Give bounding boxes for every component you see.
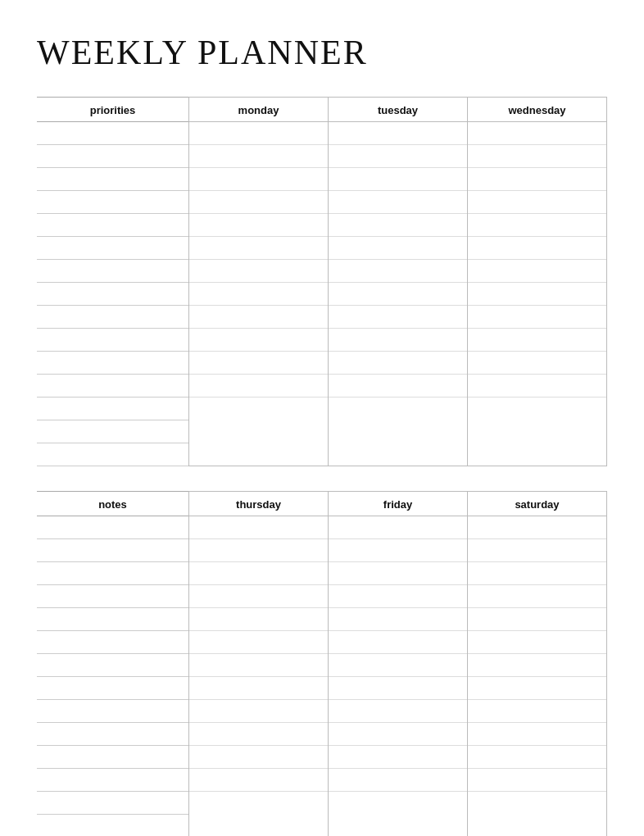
day-line[interactable] [329,792,467,815]
day-line[interactable] [189,375,328,398]
note-line[interactable] [37,539,188,562]
day-line[interactable] [189,306,328,329]
day-line[interactable] [189,539,328,562]
note-line[interactable] [37,562,188,585]
day-line[interactable] [329,585,467,608]
note-line[interactable] [37,631,188,654]
day-line[interactable] [468,608,606,631]
day-line[interactable] [329,700,467,723]
day-line[interactable] [329,283,467,306]
day-line[interactable] [468,260,606,283]
day-line[interactable] [468,539,606,562]
day-line[interactable] [189,283,328,306]
day-line[interactable] [468,122,606,145]
day-line[interactable] [189,191,328,214]
day-line[interactable] [468,329,606,352]
day-line[interactable] [329,122,467,145]
day-line[interactable] [189,516,328,539]
day-line[interactable] [189,352,328,375]
day-line[interactable] [329,329,467,352]
note-line[interactable] [37,769,188,792]
note-line[interactable] [37,654,188,677]
day-line[interactable] [189,792,328,815]
priority-line[interactable] [37,214,188,237]
day-line[interactable] [189,168,328,191]
priority-line[interactable] [37,191,188,214]
day-line[interactable] [468,746,606,769]
day-line[interactable] [189,398,328,420]
note-line[interactable] [37,516,188,539]
day-line[interactable] [189,723,328,746]
priority-line[interactable] [37,306,188,329]
day-line[interactable] [329,375,467,398]
day-line[interactable] [329,260,467,283]
priority-line[interactable] [37,443,188,466]
priority-line[interactable] [37,398,188,420]
priority-line[interactable] [37,237,188,260]
day-line[interactable] [189,145,328,168]
day-line[interactable] [329,516,467,539]
day-line[interactable] [189,746,328,769]
day-line[interactable] [468,677,606,700]
day-line[interactable] [329,723,467,746]
day-line[interactable] [329,191,467,214]
day-line[interactable] [189,631,328,654]
priority-line[interactable] [37,260,188,283]
day-line[interactable] [468,145,606,168]
day-line[interactable] [329,654,467,677]
day-line[interactable] [329,562,467,585]
priority-line[interactable] [37,168,188,191]
priority-line[interactable] [37,375,188,398]
day-line[interactable] [468,283,606,306]
day-line[interactable] [189,260,328,283]
note-line[interactable] [37,746,188,769]
note-line[interactable] [37,815,188,836]
day-line[interactable] [468,654,606,677]
priority-line[interactable] [37,329,188,352]
day-line[interactable] [329,145,467,168]
day-line[interactable] [189,214,328,237]
day-line[interactable] [189,329,328,352]
day-line[interactable] [468,700,606,723]
day-line[interactable] [468,375,606,398]
day-line[interactable] [329,631,467,654]
priority-line[interactable] [37,352,188,375]
day-line[interactable] [468,214,606,237]
day-line[interactable] [468,191,606,214]
day-line[interactable] [329,214,467,237]
day-line[interactable] [189,562,328,585]
day-line[interactable] [329,306,467,329]
day-line[interactable] [189,677,328,700]
priority-line[interactable] [37,283,188,306]
priority-line[interactable] [37,145,188,168]
day-line[interactable] [189,585,328,608]
day-line[interactable] [468,398,606,420]
day-line[interactable] [329,352,467,375]
day-line[interactable] [329,769,467,792]
day-line[interactable] [468,769,606,792]
day-line[interactable] [329,539,467,562]
priority-line[interactable] [37,122,188,145]
day-line[interactable] [189,769,328,792]
day-line[interactable] [189,654,328,677]
day-line[interactable] [468,631,606,654]
day-line[interactable] [468,792,606,815]
day-line[interactable] [468,168,606,191]
day-line[interactable] [468,516,606,539]
day-line[interactable] [189,237,328,260]
day-line[interactable] [468,352,606,375]
note-line[interactable] [37,723,188,746]
day-line[interactable] [189,608,328,631]
note-line[interactable] [37,700,188,723]
day-line[interactable] [329,746,467,769]
day-line[interactable] [468,723,606,746]
day-line[interactable] [468,585,606,608]
day-line[interactable] [329,237,467,260]
day-line[interactable] [189,122,328,145]
note-line[interactable] [37,677,188,700]
note-line[interactable] [37,608,188,631]
day-line[interactable] [468,306,606,329]
note-line[interactable] [37,585,188,608]
day-line[interactable] [329,398,467,420]
note-line[interactable] [37,792,188,815]
